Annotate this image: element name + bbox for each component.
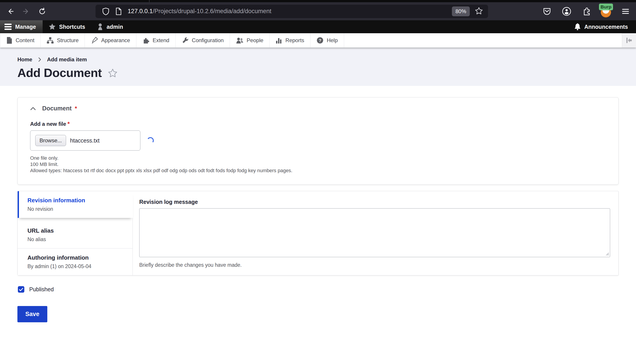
revision-log-textarea[interactable] xyxy=(139,208,610,257)
menu-item-label: Structure xyxy=(57,37,79,44)
browser-tab-strip xyxy=(0,0,636,2)
user-icon xyxy=(97,23,104,30)
page-title: Add Document xyxy=(18,66,102,80)
page-info-icon[interactable] xyxy=(115,8,122,15)
file-upload-input[interactable]: Browse... htaccess.txt xyxy=(30,130,140,150)
bookmark-button[interactable] xyxy=(475,7,483,16)
menu-item-label: Reports xyxy=(285,37,304,44)
main-content: Document * Add a new file* Browse... hta… xyxy=(0,97,636,322)
tab-authoring-information[interactable]: Authoring information By admin (1) on 20… xyxy=(18,248,133,275)
toolbar-item-announcements[interactable]: Announcements xyxy=(568,20,636,33)
url-bar[interactable]: 127.0.0.1/Projects/drupal-10.2.6/media/a… xyxy=(96,5,488,18)
shortcuts-star-icon xyxy=(49,23,56,30)
drupal-menu-bar: Content Structure Appearance Extend Conf… xyxy=(0,33,636,48)
reload-button[interactable] xyxy=(36,5,49,18)
tab-summary: No alias xyxy=(28,236,128,242)
hint-allowed-types: Allowed types: htaccess txt rtf doc docx… xyxy=(30,168,606,174)
required-marker: * xyxy=(67,120,70,127)
forward-arrow-icon xyxy=(22,7,30,16)
selected-filename: htaccess.txt xyxy=(70,138,100,144)
menu-item-extend[interactable]: Extend xyxy=(136,33,176,48)
document-section-title: Document xyxy=(42,105,72,112)
tab-revision-information[interactable]: Revision information No revision xyxy=(18,191,133,218)
published-checkbox[interactable] xyxy=(18,286,24,293)
browser-action-icons: Burp xyxy=(540,5,632,18)
url-text[interactable]: 127.0.0.1/Projects/drupal-10.2.6/media/a… xyxy=(128,8,271,15)
file-field-description: One file only. 100 MB limit. Allowed typ… xyxy=(30,155,606,174)
browse-button[interactable]: Browse... xyxy=(35,135,66,146)
ajax-progress-spinner-icon xyxy=(147,137,154,144)
bookmark-star-icon xyxy=(475,7,483,15)
published-label: Published xyxy=(29,286,54,293)
document-details-panel: Document * Add a new file* Browse... hta… xyxy=(18,97,618,185)
tab-summary: No revision xyxy=(28,206,128,212)
extensions-puzzle-icon xyxy=(581,7,591,16)
menu-item-content[interactable]: Content xyxy=(0,33,41,48)
published-field: Published xyxy=(18,286,636,293)
document-details-summary[interactable]: Document * xyxy=(30,103,606,114)
configuration-wrench-icon xyxy=(182,37,189,44)
vertical-tabs-menu: Revision information No revision URL ali… xyxy=(18,191,133,275)
forward-button[interactable] xyxy=(20,5,33,18)
back-arrow-icon xyxy=(6,7,14,16)
tab-summary: By admin (1) on 2024-05-04 xyxy=(28,264,128,270)
breadcrumb-chevron-icon xyxy=(38,57,41,62)
revision-log-label: Revision log message xyxy=(139,199,610,205)
extend-puzzle-icon xyxy=(142,37,150,44)
manage-hamburger-icon xyxy=(4,23,12,30)
hint-size-limit: 100 MB limit. xyxy=(30,161,606,168)
menu-item-appearance[interactable]: Appearance xyxy=(85,33,136,48)
menu-item-label: Content xyxy=(16,37,34,44)
menu-item-label: People xyxy=(247,37,263,44)
back-button[interactable] xyxy=(4,5,17,18)
menu-item-structure[interactable]: Structure xyxy=(41,33,85,48)
revision-information-pane: Revision log message Briefly describe th… xyxy=(133,191,619,275)
menu-item-label: Help xyxy=(327,37,338,44)
browser-toolbar: 127.0.0.1/Projects/drupal-10.2.6/media/a… xyxy=(0,2,636,20)
textarea-resize-handle[interactable] xyxy=(606,252,609,256)
tab-url-alias[interactable]: URL alias No alias xyxy=(18,222,133,248)
vertical-tabs-widget: Revision information No revision URL ali… xyxy=(18,191,618,276)
tab-divider xyxy=(149,0,150,2)
reload-icon xyxy=(38,7,47,16)
menu-item-reports[interactable]: Reports xyxy=(270,33,310,48)
toolbar-item-manage[interactable]: Manage xyxy=(0,20,43,33)
menu-item-configuration[interactable]: Configuration xyxy=(176,33,230,48)
account-icon xyxy=(562,6,571,16)
appearance-brush-icon xyxy=(91,37,98,44)
drupal-admin-toolbar: Manage Shortcuts admin Announcements xyxy=(0,20,636,33)
zoom-level-badge[interactable]: 80% xyxy=(452,6,470,16)
menu-item-help[interactable]: ? Help xyxy=(310,33,344,48)
app-menu-button[interactable] xyxy=(619,5,632,18)
collapse-tray-icon xyxy=(625,37,633,44)
tracking-shield-icon[interactable] xyxy=(102,8,109,15)
page-header: Home Add media item Add Document xyxy=(0,48,636,86)
menu-item-label: Configuration xyxy=(192,37,224,44)
chevron-up-icon xyxy=(30,107,36,110)
hint-one-file: One file only. xyxy=(30,155,606,161)
content-file-icon xyxy=(6,37,13,44)
extensions-button[interactable] xyxy=(580,5,593,18)
svg-text:?: ? xyxy=(319,38,321,43)
save-button[interactable]: Save xyxy=(18,306,47,322)
breadcrumb-home-link[interactable]: Home xyxy=(18,56,32,63)
pocket-button[interactable] xyxy=(540,5,553,18)
manage-label: Manage xyxy=(15,24,36,30)
toolbar-collapse-button[interactable] xyxy=(622,33,636,48)
menu-item-label: Extend xyxy=(153,37,169,44)
checkmark-icon xyxy=(19,288,23,291)
reports-chart-icon xyxy=(276,37,282,44)
toolbar-item-admin-user[interactable]: admin xyxy=(91,20,129,33)
required-marker: * xyxy=(75,105,77,112)
profile-button[interactable]: Burp xyxy=(599,5,612,18)
announcements-label: Announcements xyxy=(584,24,628,30)
help-icon: ? xyxy=(316,37,324,44)
toolbar-item-shortcuts[interactable]: Shortcuts xyxy=(43,20,91,33)
menu-item-people[interactable]: People xyxy=(230,33,270,48)
hamburger-menu-icon xyxy=(621,7,630,16)
account-button[interactable] xyxy=(560,5,573,18)
favorite-star-icon[interactable] xyxy=(108,68,118,79)
people-icon xyxy=(236,37,243,44)
bell-icon xyxy=(574,23,581,30)
breadcrumb: Home Add media item xyxy=(18,56,636,63)
